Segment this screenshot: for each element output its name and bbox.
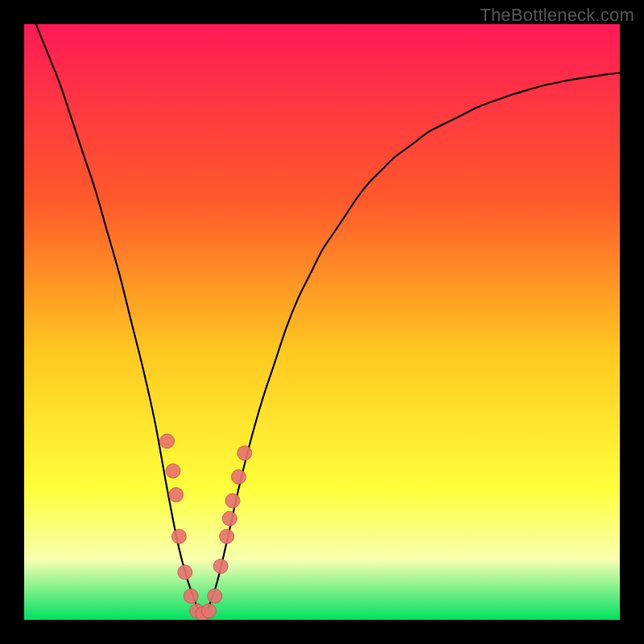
chart-frame: TheBottleneck.com — [0, 0, 644, 644]
data-marker — [178, 565, 192, 580]
data-marker — [184, 588, 198, 603]
plot-area — [24, 24, 620, 620]
data-marker — [160, 434, 175, 448]
data-marker — [231, 469, 246, 484]
data-marker — [237, 446, 252, 460]
data-marker — [171, 529, 186, 543]
data-marker — [166, 464, 180, 478]
data-marker — [208, 588, 222, 603]
gradient-background — [24, 24, 620, 620]
data-marker — [225, 493, 240, 508]
data-marker — [213, 559, 228, 573]
data-marker — [220, 529, 234, 543]
chart-svg — [24, 24, 620, 620]
watermark-text: TheBottleneck.com — [480, 5, 634, 26]
data-marker — [201, 604, 216, 618]
data-marker — [169, 488, 184, 502]
data-marker — [222, 511, 237, 526]
